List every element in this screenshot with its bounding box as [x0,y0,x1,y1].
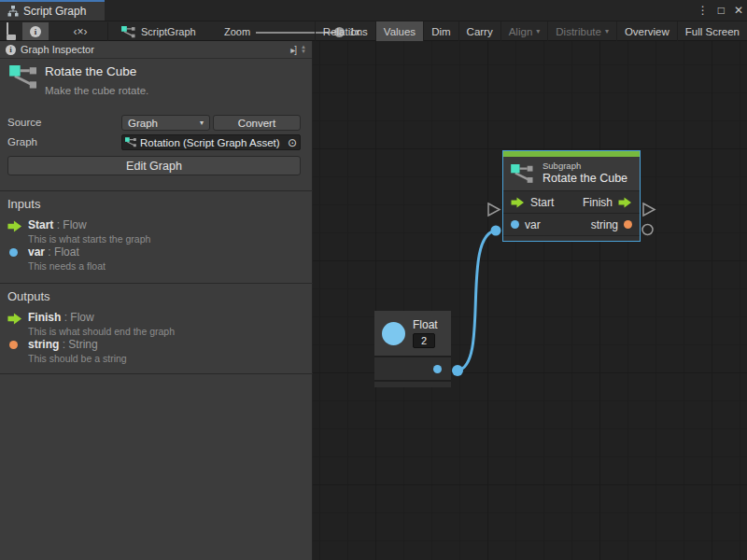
distribute-dropdown[interactable]: Distribute ▾ [547,21,616,41]
port-type: String [68,338,97,351]
values-label: Values [384,26,416,37]
flow-continuation-right-icon[interactable] [643,203,655,216]
convert-label: Convert [238,118,275,129]
float-literal-node[interactable]: Float 2 [374,311,451,387]
node-title: Rotate the Cube [45,64,136,78]
port-name: Finish [28,311,61,324]
object-picker-icon[interactable]: ⊙ [288,136,297,149]
edit-graph-button[interactable]: Edit Graph [7,156,301,175]
carry-label: Carry [467,26,493,37]
subgraph-node[interactable]: Subgraph Rotate the Cube Start Finish [502,150,641,242]
port-type: Float [54,245,79,259]
node-footer [374,380,451,387]
port-type: Flow [70,311,93,324]
chevron-down-icon: ▾ [200,119,204,127]
float-value-field[interactable]: 2 [413,333,435,348]
lock-button[interactable] [2,22,21,40]
flow-input-port[interactable] [511,197,525,208]
section-divider [0,283,313,284]
full-screen-button[interactable]: Full Screen [677,21,747,41]
node-port-row: Start Finish [503,190,640,213]
full-screen-label: Full Screen [685,26,740,37]
section-divider [0,190,313,191]
spin-down-icon: ▼ [301,49,306,54]
flow-port-icon [7,220,22,232]
dock-icon[interactable]: ▸] [290,45,296,55]
edit-graph-label: Edit Graph [126,160,182,173]
graph-object-field[interactable]: Rotation (Script Graph Asset) ⊙ [121,134,301,150]
node-badge: Subgraph [543,161,627,172]
float-input-port[interactable] [511,220,519,229]
toolbar-separator [107,22,108,41]
outputs-section-title: Outputs [7,289,50,303]
flow-continuation-left-icon[interactable] [488,203,500,216]
view-options-group: Relations Values Dim Carry Align ▾ Distr… [315,21,747,41]
values-button[interactable]: Values [375,21,423,41]
source-dropdown[interactable]: Graph ▾ [121,115,210,131]
lock-icon [7,23,16,40]
subgraph-node-header[interactable]: Subgraph Rotate the Cube [503,157,640,190]
inspector-title: Graph Inspector [21,44,94,55]
inspector-header: i Graph Inspector ▸] ▲ ▼ [0,41,312,59]
node-title: Float [413,318,438,331]
info-icon: i [6,45,16,55]
graph-field-value: Rotation (Script Graph Asset) [140,137,280,148]
source-label: Source [7,117,41,128]
close-icon[interactable]: ✕ [734,0,743,21]
float-type-icon [382,322,405,345]
port-description: This should be a string [28,353,127,364]
align-label: Align [509,26,533,37]
port-name: Start [28,218,53,231]
port-name: string [28,338,59,351]
code-view-button[interactable]: ‹×› [62,22,99,40]
section-divider [0,373,313,374]
node-title: Rotate the Cube [543,172,627,187]
distribute-label: Distribute [556,26,601,37]
float-output-port[interactable] [433,365,442,373]
inspector-toggle-button[interactable]: i [22,22,49,40]
graph-window-icon [7,6,19,17]
chevron-down-icon: ▾ [536,28,540,35]
subgraph-icon [9,65,39,90]
convert-button[interactable]: Convert [213,115,301,131]
connection-wire[interactable] [458,231,496,371]
string-output-socket-icon[interactable] [642,225,653,235]
wire-target-dot[interactable] [491,226,501,236]
output-string-row: string : String This should be a string [28,338,127,364]
carry-button[interactable]: Carry [458,21,500,41]
maximize-icon[interactable]: □ [718,0,725,21]
flow-output-port[interactable] [618,197,632,208]
graph-field-label: Graph [7,136,37,147]
dim-button[interactable]: Dim [423,21,458,41]
string-output-port[interactable] [624,220,632,229]
port-description: This is what starts the graph [28,233,150,245]
output-finish-row: Finish : Flow This is what should end th… [28,311,175,337]
window-menu-icon[interactable]: ⋮ [698,0,709,21]
graph-toolbar: i ‹×› ScriptGraph Zoom 1x Relation [0,21,747,41]
script-graph-icon [125,137,137,147]
overview-button[interactable]: Overview [616,21,677,41]
breadcrumb-label: ScriptGraph [141,26,196,37]
port-label: var [525,218,541,231]
dim-label: Dim [431,26,450,37]
relations-button[interactable]: Relations [315,21,375,41]
port-name: var [28,245,45,259]
wire-source-dot[interactable] [452,365,463,376]
tab-script-graph[interactable]: Script Graph [0,0,105,21]
node-subtitle: Make the cube rotate. [45,85,148,96]
source-value: Graph [128,118,158,129]
graph-canvas[interactable]: Subgraph Rotate the Cube Start Finish [313,41,747,560]
script-graph-window: Script Graph ⋮ □ ✕ i ‹×› S [0,0,747,560]
code-icon: ‹×› [74,25,88,38]
inputs-section-title: Inputs [7,197,40,211]
input-start-row: Start : Flow This is what starts the gra… [28,218,150,245]
zoom-label: Zoom [224,26,250,37]
scroll-spinner[interactable]: ▲ ▼ [301,45,306,54]
port-type: Flow [63,218,86,231]
align-dropdown[interactable]: Align ▾ [500,21,548,41]
breadcrumb[interactable]: ScriptGraph [121,22,196,41]
script-graph-icon [121,26,136,38]
float-node-header[interactable]: Float 2 [374,311,451,356]
tab-title: Script Graph [23,5,86,18]
info-icon: i [30,26,41,37]
